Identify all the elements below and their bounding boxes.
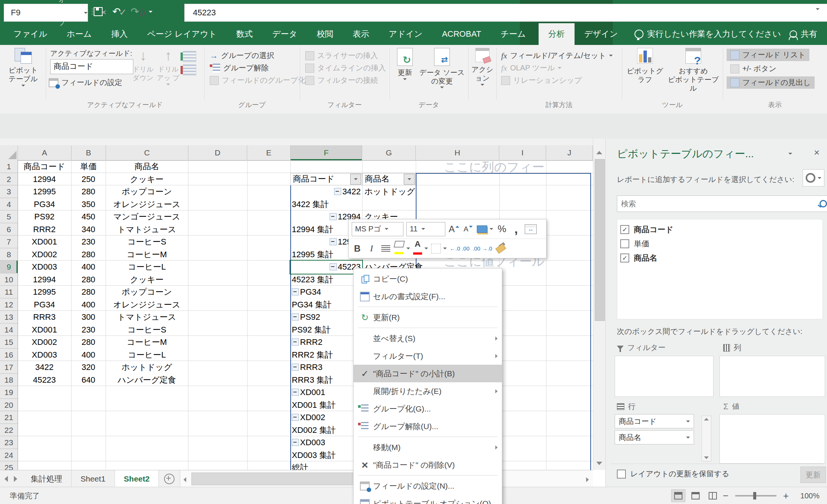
cell[interactable]: コーヒーL: [106, 349, 188, 361]
cell[interactable]: 300: [71, 311, 106, 324]
filter-drop-area[interactable]: [615, 356, 714, 397]
cell[interactable]: 230: [71, 236, 106, 248]
row-header[interactable]: 4: [0, 198, 18, 211]
cell[interactable]: 280: [71, 273, 106, 286]
filter-dropdown-button[interactable]: [350, 174, 361, 185]
collapse-button-icon[interactable]: [292, 414, 299, 421]
defer-layout-row[interactable]: レイアウトの更新を保留する: [617, 469, 729, 479]
row-header[interactable]: 7: [0, 236, 18, 248]
bold-button[interactable]: B: [352, 242, 363, 255]
row-header[interactable]: 21: [0, 411, 18, 424]
new-sheet-button[interactable]: [159, 470, 180, 487]
pivot-item-row[interactable]: PS92: [290, 311, 362, 324]
column-header-g[interactable]: G: [362, 145, 416, 160]
grow-font-button[interactable]: A: [448, 222, 460, 236]
tab-design[interactable]: デザイン: [575, 23, 628, 45]
cell[interactable]: ポップコーン: [106, 286, 188, 298]
row-header[interactable]: 10: [0, 273, 18, 286]
cell[interactable]: 250: [71, 173, 106, 186]
filter-connections-button[interactable]: フィルターの接続: [305, 74, 378, 86]
column-header-j[interactable]: J: [546, 145, 593, 160]
zoom-slider-thumb[interactable]: [753, 492, 756, 500]
row-header[interactable]: 18: [0, 374, 18, 386]
menu-item-remove-field[interactable]: ×"商品コード" の削除(V): [354, 456, 502, 474]
formula-input[interactable]: 45223: [184, 4, 827, 22]
column-header-a[interactable]: A: [18, 145, 72, 160]
search-input[interactable]: 検索: [617, 195, 827, 212]
row-header[interactable]: 8: [0, 248, 18, 261]
pivot-item-row[interactable]: 3422: [290, 185, 362, 198]
update-button[interactable]: 更新: [800, 467, 826, 483]
cell[interactable]: オレンジジュース: [106, 298, 188, 311]
row-field-chip[interactable]: 商品コード: [615, 414, 694, 428]
collapse-button-icon[interactable]: [292, 389, 299, 396]
chip-scrollbar[interactable]: [702, 416, 711, 461]
page-break-view-button[interactable]: [706, 489, 720, 502]
field-item-code[interactable]: ✓商品コード: [617, 222, 823, 237]
cell[interactable]: 商品コード: [18, 160, 71, 173]
group-field-button[interactable]: フィールドのグループ化: [210, 74, 306, 86]
source-table[interactable]: 商品コード単価商品名 12994250クッキー 12995280ポップコーン P…: [18, 160, 188, 386]
row-header[interactable]: 15: [0, 336, 18, 349]
menu-item-subtotal[interactable]: ✓"商品コード" の小計(B): [354, 365, 502, 382]
row-header[interactable]: 24: [0, 449, 18, 462]
insert-function-icon[interactable]: fx: [139, 7, 146, 18]
filter-dropdown-button[interactable]: [404, 174, 415, 185]
column-header-d[interactable]: D: [188, 145, 248, 160]
enter-icon[interactable]: ✓: [119, 7, 127, 18]
cell[interactable]: XD001: [18, 236, 71, 248]
collapse-button-icon[interactable]: [292, 364, 299, 371]
menu-item-refresh[interactable]: ↻更新(R): [354, 309, 502, 326]
menu-item-pivottable-options[interactable]: ピボットテーブル オプション(O)...: [354, 495, 502, 504]
cell[interactable]: 280: [71, 185, 106, 198]
recommended-pivottables-button[interactable]: ? おすすめ ピボットテーブル: [665, 48, 721, 92]
actions-button[interactable]: アクション: [470, 48, 494, 86]
field-list-toggle[interactable]: フィールド リスト: [727, 49, 809, 61]
name-box[interactable]: F9: [4, 4, 88, 22]
row-header[interactable]: 12: [0, 298, 18, 311]
row-header[interactable]: 5: [0, 210, 18, 223]
cell[interactable]: 45223: [18, 374, 71, 386]
menu-item-expand-collapse[interactable]: 展開/折りたたみ(E): [354, 382, 502, 400]
comma-style-button[interactable]: ,: [511, 222, 522, 236]
cell[interactable]: トマトジュース: [106, 311, 188, 324]
tab-addins[interactable]: アドイン: [379, 23, 432, 45]
cell[interactable]: 450: [71, 210, 106, 223]
center-button[interactable]: [380, 242, 391, 255]
zoom-level[interactable]: 100%: [792, 492, 820, 500]
collapse-button-icon[interactable]: [330, 213, 337, 220]
cell[interactable]: コーヒーM: [106, 248, 188, 261]
pivot-header-code[interactable]: 商品コード: [290, 173, 362, 186]
cell[interactable]: クッキー: [106, 273, 188, 286]
pivot-subtotal-row[interactable]: RRR2 集計: [290, 349, 362, 361]
menu-item-group[interactable]: グループ化(G)...: [354, 400, 502, 418]
pivot-item-row[interactable]: XD001: [290, 386, 362, 399]
rows-drop-area[interactable]: 商品コード 商品名: [615, 414, 713, 463]
row-header[interactable]: 16: [0, 349, 18, 361]
pivottable-button[interactable]: ピボットテーブル: [5, 48, 41, 86]
cell[interactable]: 400: [71, 261, 106, 273]
sheet-tab-sheet1[interactable]: Sheet1: [72, 470, 115, 487]
font-color-button[interactable]: A: [413, 242, 428, 255]
cell[interactable]: コーヒーM: [106, 336, 188, 349]
font-name-select[interactable]: MS Pゴ: [352, 222, 403, 236]
cell[interactable]: クッキー: [106, 173, 188, 186]
values-drop-area[interactable]: [720, 414, 825, 464]
row-header[interactable]: 3: [0, 185, 18, 198]
cell[interactable]: 340: [71, 223, 106, 236]
row-header[interactable]: 13: [0, 311, 18, 324]
row-header[interactable]: 2: [0, 173, 18, 186]
cell[interactable]: 280: [71, 286, 106, 298]
row-header[interactable]: 25: [0, 461, 18, 470]
checkbox-checked-icon[interactable]: ✓: [620, 225, 629, 234]
tab-file[interactable]: ファイル: [4, 23, 57, 45]
cell[interactable]: RRR2: [18, 223, 71, 236]
cell[interactable]: ホットドッグ: [106, 361, 188, 374]
normal-view-button[interactable]: [671, 489, 685, 502]
scroll-down-button[interactable]: [596, 460, 602, 467]
hscroll-right-button[interactable]: [586, 476, 589, 485]
scroll-up-icon[interactable]: [704, 418, 709, 420]
decrease-decimal-button[interactable]: ←.0 .00: [450, 242, 470, 255]
column-header-i[interactable]: I: [499, 145, 546, 160]
tab-home[interactable]: ホーム: [57, 23, 102, 45]
